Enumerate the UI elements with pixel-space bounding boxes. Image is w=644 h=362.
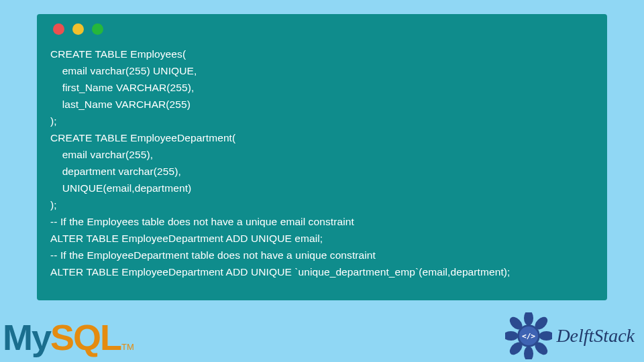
footer: MySQLTM </> xyxy=(0,308,644,362)
svg-point-6 xyxy=(505,331,519,341)
mysql-logo-sql: SQL xyxy=(50,317,121,357)
code-block: CREATE TABLE Employees( email varchar(25… xyxy=(50,46,594,280)
code-panel: CREATE TABLE Employees( email varchar(25… xyxy=(37,14,607,300)
svg-text:</>: </> xyxy=(522,332,535,341)
mysql-logo: MySQLTM xyxy=(3,316,134,358)
delftstack-badge-icon: </> xyxy=(505,312,552,359)
minimize-icon xyxy=(72,23,84,35)
delftstack-text: DelftStack xyxy=(556,325,635,347)
svg-point-4 xyxy=(524,346,533,359)
delftstack-logo: </> DelftStack xyxy=(505,312,635,359)
maximize-icon xyxy=(92,23,103,35)
mysql-logo-tm: TM xyxy=(121,342,134,352)
svg-point-2 xyxy=(539,331,553,341)
close-icon xyxy=(53,23,64,35)
svg-point-0 xyxy=(524,312,533,326)
mysql-logo-my: My xyxy=(3,317,50,357)
window-controls xyxy=(53,23,594,35)
